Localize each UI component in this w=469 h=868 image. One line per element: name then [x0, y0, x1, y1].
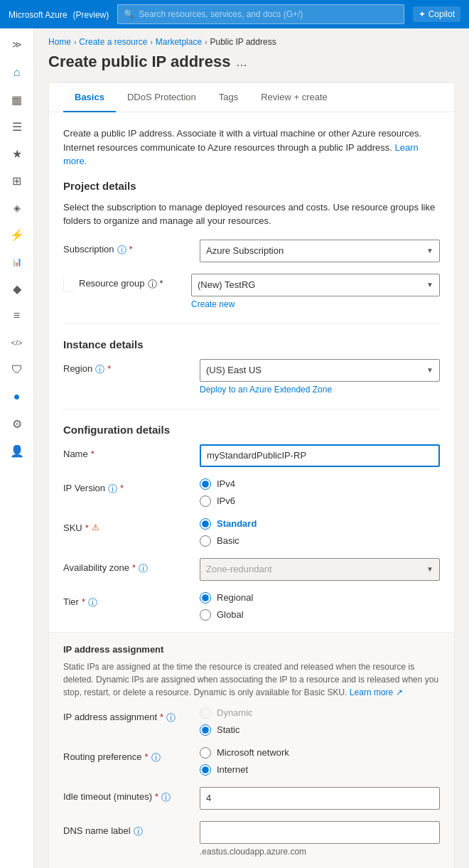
sku-warning-icon: ⚠	[92, 523, 99, 532]
ip-version-ipv4[interactable]: IPv4	[200, 478, 440, 490]
az-required: *	[132, 562, 136, 573]
ip-assignment-radio-group: Dynamic Static	[200, 707, 440, 736]
sidebar-item-lightning[interactable]: ⚡	[3, 222, 31, 247]
deploy-azure-zone-link[interactable]: Deploy to an Azure Extended Zone	[200, 385, 332, 395]
brand-logo: Microsoft Azure (Preview)	[9, 9, 109, 20]
routing-preference-control: Microsoft network Internet	[200, 747, 440, 776]
subscription-info-icon[interactable]: ⓘ	[117, 244, 126, 257]
brand-preview: (Preview)	[73, 10, 109, 20]
tier-required: *	[82, 596, 85, 607]
sidebar-item-monitor[interactable]: 📊	[3, 249, 31, 274]
routing-internet[interactable]: Internet	[200, 764, 440, 776]
page-menu-button[interactable]: ...	[236, 55, 247, 70]
project-desc: Select the subscription to manage deploy…	[63, 200, 440, 228]
breadcrumb: Home › Create a resource › Marketplace ›…	[48, 37, 455, 47]
config-title: Configuration details	[63, 424, 440, 436]
sidebar-item-resources[interactable]: ⊞	[3, 168, 31, 193]
tab-ddos[interactable]: DDoS Protection	[116, 83, 207, 112]
sidebar-item-dashboard[interactable]: ▦	[3, 87, 31, 112]
ip-assignment-static[interactable]: Static	[200, 724, 440, 736]
sku-control: Standard Basic	[200, 518, 440, 547]
idle-timeout-control	[200, 787, 440, 810]
tier-regional-radio[interactable]	[200, 592, 211, 604]
sidebar-item-gear[interactable]: ⚙	[3, 411, 31, 436]
tab-tags[interactable]: Tags	[207, 83, 249, 112]
tab-review[interactable]: Review + create	[249, 83, 339, 112]
routing-microsoft-radio[interactable]	[200, 747, 211, 759]
tier-regional[interactable]: Regional	[200, 592, 440, 604]
sku-radio-group: Standard Basic	[200, 518, 440, 547]
sku-basic-label: Basic	[217, 535, 239, 546]
ip-version-ipv6[interactable]: IPv6	[200, 495, 440, 507]
sidebar-item-home[interactable]: ⌂	[3, 60, 31, 85]
ip-assignment-static-label: Static	[217, 724, 240, 735]
ip-assignment-static-radio[interactable]	[200, 724, 211, 736]
dns-name-input[interactable]	[200, 821, 440, 844]
resource-group-info-icon[interactable]: ⓘ	[148, 278, 157, 291]
region-control: (US) East US ▼ Deploy to an Azure Extend…	[200, 359, 440, 395]
it-info-icon[interactable]: ⓘ	[161, 791, 171, 804]
region-row: Region ⓘ * (US) East US ▼ Deploy to an A…	[63, 359, 440, 395]
ip-version-control: IPv4 IPv6	[200, 478, 440, 507]
learn-more-2-link[interactable]: Learn more ↗	[350, 687, 403, 697]
sku-basic[interactable]: Basic	[200, 535, 440, 547]
availability-zone-value: Zone-redundant	[206, 564, 272, 574]
divider-2	[63, 409, 440, 409]
sku-standard-radio[interactable]	[200, 518, 211, 530]
region-dropdown-arrow: ▼	[426, 366, 433, 374]
resource-group-row: Resource group ⓘ * (New) TestRG ▼ Create…	[63, 274, 440, 309]
region-info-icon[interactable]: ⓘ	[95, 363, 104, 376]
az-info-icon[interactable]: ⓘ	[139, 562, 148, 575]
ip-version-info-icon[interactable]: ⓘ	[108, 483, 117, 495]
dns-info-icon[interactable]: ⓘ	[134, 825, 143, 838]
tier-info-icon[interactable]: ⓘ	[88, 596, 97, 609]
sidebar-expand-button[interactable]: ≫	[4, 34, 30, 54]
subscription-label: Subscription ⓘ *	[63, 240, 191, 257]
resource-group-control: (New) TestRG ▼ Create new	[191, 274, 440, 309]
sidebar-item-services[interactable]: ◈	[3, 195, 31, 220]
region-dropdown[interactable]: (US) East US ▼	[200, 359, 440, 382]
copilot-icon: ✦	[419, 9, 426, 19]
sidebar-item-list[interactable]: ≡	[3, 303, 31, 328]
subscription-control: Azure Subscription ▼	[200, 240, 440, 262]
sidebar-item-circle[interactable]: ●	[3, 384, 31, 409]
create-new-link[interactable]: Create new	[191, 299, 234, 309]
breadcrumb-create-resource[interactable]: Create a resource	[79, 37, 147, 47]
routing-internet-label: Internet	[217, 764, 248, 775]
routing-microsoft-network[interactable]: Microsoft network	[200, 747, 440, 759]
search-bar[interactable]: 🔍 Search resources, services, and docs (…	[117, 4, 404, 24]
ip-version-ipv6-radio[interactable]	[200, 495, 211, 507]
sku-standard[interactable]: Standard	[200, 518, 440, 530]
ip-version-label: IP Version ⓘ *	[63, 478, 191, 495]
resource-group-dropdown[interactable]: (New) TestRG ▼	[191, 274, 440, 296]
sidebar-item-menu[interactable]: ☰	[3, 114, 31, 139]
breadcrumb-marketplace[interactable]: Marketplace	[156, 37, 202, 47]
availability-zone-dropdown[interactable]: Zone-redundant ▼	[200, 558, 440, 581]
instance-details-title: Instance details	[63, 338, 440, 350]
idle-timeout-input[interactable]	[200, 787, 440, 810]
name-input[interactable]	[200, 444, 440, 467]
sku-basic-radio[interactable]	[200, 535, 211, 547]
tab-basics[interactable]: Basics	[63, 83, 116, 112]
tier-global[interactable]: Global	[200, 609, 440, 621]
ip-assignment-dynamic-radio[interactable]	[200, 707, 211, 719]
ip-version-ipv6-label: IPv6	[217, 495, 235, 506]
tier-global-radio[interactable]	[200, 609, 211, 621]
breadcrumb-home[interactable]: Home	[48, 37, 71, 47]
tier-row: Tier * ⓘ Regional Global	[63, 592, 440, 621]
ipa-info-icon[interactable]: ⓘ	[166, 712, 176, 724]
dns-name-label: DNS name label ⓘ	[63, 821, 191, 838]
subscription-value: Azure Subscription	[206, 245, 284, 256]
ip-assignment-dynamic[interactable]: Dynamic	[200, 707, 440, 719]
ip-version-ipv4-radio[interactable]	[200, 478, 211, 490]
it-required: *	[155, 791, 158, 802]
sidebar-item-user[interactable]: 👤	[3, 438, 31, 464]
sidebar-item-diamond[interactable]: ◆	[3, 276, 31, 301]
sidebar-item-favorites[interactable]: ★	[3, 141, 31, 166]
rp-info-icon[interactable]: ⓘ	[151, 751, 161, 764]
routing-internet-radio[interactable]	[200, 764, 211, 776]
sidebar-item-code[interactable]: </>	[3, 330, 31, 355]
subscription-dropdown[interactable]: Azure Subscription ▼	[200, 240, 440, 262]
sidebar-item-security[interactable]: 🛡	[3, 357, 31, 382]
copilot-button[interactable]: ✦ Copilot	[413, 6, 460, 22]
